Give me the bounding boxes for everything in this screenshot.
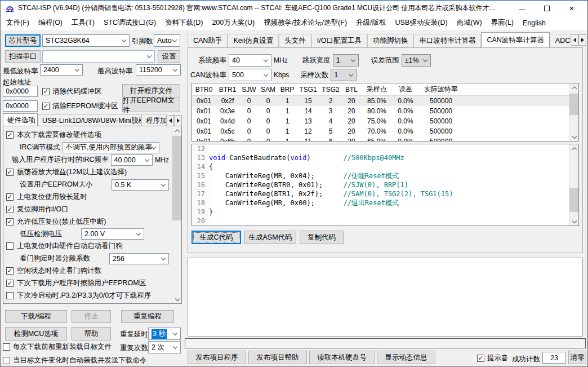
can-baud-combo[interactable]: 500 — [229, 69, 271, 81]
right-tab-4[interactable]: 功能脚切换 — [367, 34, 414, 47]
max-baud-combo[interactable]: 115200 — [136, 64, 181, 76]
copy-code-button[interactable]: 复制代码 — [300, 231, 344, 244]
publish-project-help-button[interactable]: 发布项目帮助 — [248, 351, 307, 364]
right-tab-6[interactable]: CAN波特率计算器 — [481, 32, 549, 47]
beep-checkbox[interactable]: ✓ — [477, 355, 484, 362]
menu-item-2[interactable]: 工具(T) — [67, 16, 99, 30]
options-scrollbar[interactable] — [172, 126, 181, 303]
column-header-2[interactable]: SJW — [239, 86, 259, 94]
download-program-button[interactable]: 下载/编程 — [5, 310, 67, 323]
repeat-count-combo[interactable]: 2 次 — [148, 341, 181, 353]
column-header-10[interactable]: 实际波特率 — [418, 85, 464, 94]
menu-item-7[interactable]: 升级/版权 — [351, 16, 390, 30]
right-tab-2[interactable]: 头文件 — [279, 34, 311, 47]
left-tab-2[interactable]: 程序加 — [141, 114, 166, 126]
left-tabs-scroll-left-button[interactable] — [166, 115, 174, 126]
log-output-area[interactable] — [188, 258, 583, 337]
table-row[interactable]: 0x010x4d0011342075.0%0.0%500000 — [192, 116, 569, 126]
generate-asm-code-button[interactable]: 生成ASM代码 — [244, 231, 296, 244]
option-combo-1[interactable]: 不调节,使用内部预置的频率 — [63, 142, 159, 153]
column-header-8[interactable]: 采样点 — [361, 85, 393, 94]
check-mcu-options-button[interactable]: 检测MCU选项 — [5, 327, 67, 341]
chip-model-button[interactable]: 芯片型号 — [5, 34, 41, 47]
right-tabs-scroll-right-button[interactable] — [578, 34, 586, 46]
generated-code-editor[interactable]: 1213void CanSetBaudrate(void) //500Kbps@… — [191, 144, 579, 226]
menu-item-10[interactable]: 界面(L) — [487, 16, 518, 30]
column-header-0[interactable]: BTR0 — [192, 86, 216, 94]
port-settings-button[interactable]: 设置 — [158, 50, 180, 63]
menu-item-3[interactable]: STC调试接口(G) — [99, 16, 161, 30]
right-tab-5[interactable]: 串口波特率计算器 — [413, 34, 481, 47]
column-header-6[interactable]: TSG2 — [319, 86, 342, 94]
table-scrollbar[interactable] — [569, 83, 578, 141]
scroll-up-icon[interactable] — [569, 83, 579, 92]
code-start-address-input[interactable]: 0x0000 — [3, 86, 38, 97]
option-checkbox-11[interactable]: ✓ — [6, 267, 14, 275]
table-scrollbar-thumb[interactable] — [569, 94, 579, 115]
left-tabs-scroll-right-button[interactable] — [174, 115, 182, 126]
scroll-down-icon[interactable] — [569, 216, 579, 225]
maximize-button[interactable] — [534, 2, 559, 15]
option-checkbox-3[interactable]: ✓ — [6, 169, 14, 176]
menu-item-8[interactable]: USB驱动安装(D) — [391, 16, 452, 30]
option-checkbox-9[interactable] — [6, 242, 14, 250]
clear-eeprom-checkbox[interactable]: ✓ — [42, 103, 50, 110]
right-tab-3[interactable]: I/O口配置工具 — [311, 34, 367, 47]
generate-c-code-button[interactable]: 生成C代码 — [191, 231, 241, 244]
clear-code-checkbox-row[interactable]: ✓清除代码缓冲区 — [42, 87, 102, 96]
publish-project-program-button[interactable]: 发布项目程序 — [188, 351, 246, 364]
table-row[interactable]: 0x010x2f0011522085.0%0.0%500000 — [192, 96, 569, 106]
option-combo-4[interactable]: 0.5 K — [112, 179, 169, 191]
menu-item-1[interactable]: 编程(O) — [34, 16, 67, 30]
option-checkbox-6[interactable]: ✓ — [6, 206, 14, 213]
minimize-button[interactable] — [510, 2, 534, 15]
repeat-delay-combo[interactable]: 3 秒 — [148, 328, 181, 340]
scroll-up-icon[interactable] — [172, 126, 182, 135]
success-count-input[interactable]: 23 — [542, 352, 566, 364]
menu-item-4[interactable]: 资料下载(D) — [161, 16, 207, 30]
option-checkbox-7[interactable]: ✓ — [6, 218, 14, 225]
scroll-down-icon[interactable] — [569, 132, 579, 141]
option-checkbox-5[interactable]: ✓ — [6, 193, 14, 201]
stop-button[interactable]: 停止 — [72, 310, 111, 323]
code-scrollbar-thumb[interactable] — [569, 188, 579, 212]
sys-freq-combo[interactable]: 40 — [229, 54, 271, 67]
option-checkbox-0[interactable]: ✓ — [6, 131, 14, 139]
table-row[interactable]: 0x010x6b0011162065.0%0.0%500000 — [192, 136, 569, 142]
option-combo-8[interactable]: 2.00 V — [81, 228, 144, 240]
close-button[interactable]: × — [559, 2, 584, 15]
right-tabs-scroll-left-button[interactable] — [571, 34, 578, 46]
option-checkbox-12[interactable]: ✓ — [6, 280, 14, 287]
column-header-3[interactable]: SAM — [259, 86, 278, 94]
show-dynamic-info-button[interactable]: 显示动态信息 — [377, 351, 435, 364]
left-tab-1[interactable]: USB-Link1D/U8W/U8W-Mini脱机 — [38, 114, 141, 126]
clear-code-checkbox[interactable]: ✓ — [42, 88, 50, 95]
repeat-program-button[interactable]: 重复编程 — [121, 310, 174, 323]
pin-count-combo[interactable]: Auto — [154, 34, 180, 47]
sample-count-combo[interactable]: 1 — [331, 69, 357, 81]
menu-item-9[interactable]: 商城(W) — [452, 16, 487, 30]
scan-port-button[interactable]: 扫描串口 — [5, 50, 41, 63]
left-tab-0[interactable]: 硬件选项 — [3, 113, 38, 126]
reload-target-checkbox[interactable] — [3, 343, 10, 351]
min-baud-combo[interactable]: 2400 — [40, 64, 83, 76]
open-eeprom-file-button[interactable]: 打开EEPROM文件 — [122, 99, 180, 112]
column-header-9[interactable]: 误差 — [393, 85, 418, 94]
eeprom-start-address-input[interactable]: 0x0000 — [3, 100, 38, 112]
help-button[interactable]: 帮助 — [72, 327, 111, 341]
table-row[interactable]: 0x010x5c0011252070.0%0.0%500000 — [192, 126, 569, 136]
read-disk-id-button[interactable]: 读取本机硬盘号 — [309, 351, 375, 364]
jump-width-combo[interactable]: 1 — [333, 54, 359, 67]
option-combo-10[interactable]: 256 — [109, 253, 169, 264]
autoload-checkbox-row[interactable]: 当目标文件变化时自动装载并发送下载命令 — [3, 356, 147, 365]
error-range-combo[interactable]: ±1% — [402, 54, 431, 67]
column-header-1[interactable]: BTR1 — [216, 86, 239, 94]
option-combo-2[interactable]: 40.000 — [111, 154, 153, 166]
right-tab-0[interactable]: CAN助手 — [188, 34, 228, 47]
column-header-7[interactable]: BTL — [342, 86, 361, 94]
table-row[interactable]: 0x010x3e0011432080.0%0.0%500000 — [192, 106, 569, 116]
option-checkbox-13[interactable] — [6, 292, 14, 299]
menu-item-0[interactable]: 文件(F) — [2, 16, 34, 30]
column-header-4[interactable]: BRP — [278, 86, 297, 94]
chip-model-combo[interactable]: STC32G8K64 — [42, 34, 130, 47]
